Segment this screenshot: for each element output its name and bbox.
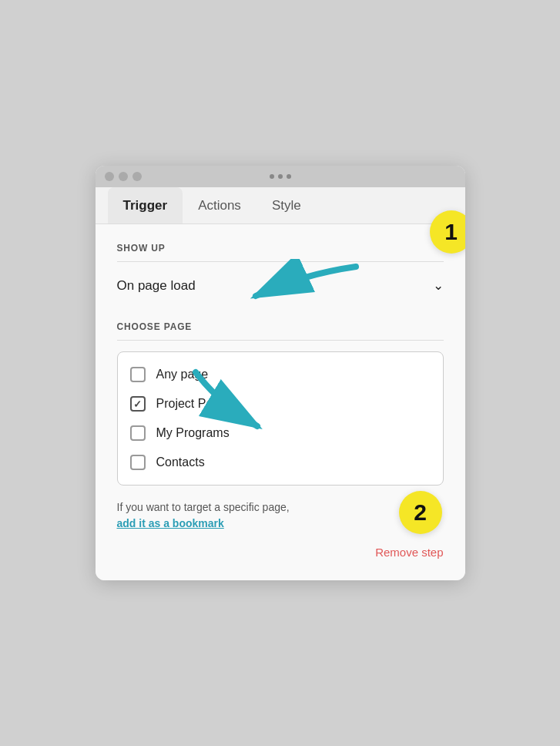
show-up-divider — [117, 261, 444, 262]
checkbox-any-indicator — [130, 367, 146, 382]
checkbox-contacts[interactable]: Contacts — [130, 448, 431, 477]
dot-green — [132, 172, 142, 181]
title-bar-center — [270, 174, 291, 179]
show-up-dropdown[interactable]: On page load ⌄ — [117, 273, 444, 306]
title-bar — [96, 166, 465, 187]
dash3 — [287, 174, 291, 179]
show-up-value: On page load — [117, 278, 196, 294]
content-area: 1 SHOW UP On page load ⌄ CHOOSE PAGE — [96, 224, 465, 580]
dot-yellow — [119, 172, 128, 181]
checkbox-contacts-label: Contacts — [156, 455, 205, 469]
show-up-label: SHOW UP — [117, 243, 444, 254]
choose-page-section: CHOOSE PAGE Any page — [117, 321, 444, 486]
show-up-chevron: ⌄ — [433, 277, 444, 294]
tab-style[interactable]: Style — [257, 187, 317, 223]
tab-trigger[interactable]: Trigger — [108, 187, 183, 223]
choose-page-label: CHOOSE PAGE — [117, 321, 444, 332]
helper-text: If you want to target a specific page, a… — [117, 499, 444, 532]
add-bookmark-link[interactable]: add it as a bookmark — [117, 517, 224, 529]
dash2 — [278, 174, 283, 179]
main-window: Trigger Actions Style 1 SHOW UP On page … — [96, 166, 465, 580]
checkbox-project-page[interactable]: Project Page — [130, 389, 431, 418]
checkbox-project-label: Project Page — [156, 397, 227, 411]
checkbox-programs-label: My Programs — [156, 426, 230, 440]
choose-page-divider — [117, 340, 444, 341]
annotation-badge-2: 2 — [399, 491, 442, 534]
checkbox-contacts-indicator — [130, 455, 146, 470]
checkbox-my-programs[interactable]: My Programs — [130, 418, 431, 448]
helper-text-content: If you want to target a specific page, — [117, 501, 290, 513]
title-bar-dots — [105, 172, 142, 181]
checkbox-project-indicator — [130, 396, 146, 412]
remove-step-button[interactable]: Remove step — [117, 546, 444, 559]
checkbox-programs-indicator — [130, 425, 146, 441]
dot-red — [105, 172, 114, 181]
dash1 — [270, 174, 274, 179]
checkbox-any-page[interactable]: Any page — [130, 360, 431, 389]
tab-bar: Trigger Actions Style — [96, 187, 465, 224]
tab-actions[interactable]: Actions — [183, 187, 257, 223]
checkbox-any-label: Any page — [156, 368, 209, 381]
checkbox-container: Any page Project Page My Programs Contac… — [117, 351, 444, 486]
